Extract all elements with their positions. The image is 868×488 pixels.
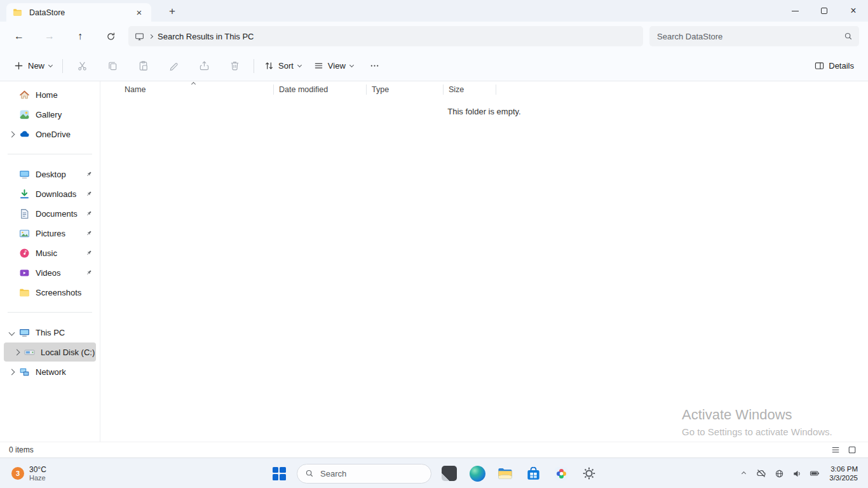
more-options-button[interactable] xyxy=(360,55,390,77)
maximize-button[interactable] xyxy=(810,0,839,22)
rename-icon xyxy=(168,60,179,71)
sidebar-item-pictures[interactable]: Pictures xyxy=(4,224,96,243)
column-header-size[interactable]: Size xyxy=(444,81,496,97)
activate-windows-watermark: Activate Windows Go to Settings to activ… xyxy=(682,407,832,437)
taskbar-weather-widget[interactable]: 3 30°C Haze xyxy=(0,458,58,488)
taskbar-settings-button[interactable] xyxy=(576,461,602,486)
edge-icon xyxy=(470,466,485,482)
refresh-button[interactable] xyxy=(95,25,126,48)
sidebar-item-videos[interactable]: Videos xyxy=(4,263,96,282)
sidebar-item-screenshots[interactable]: Screenshots xyxy=(4,283,96,302)
explorer-tab[interactable]: DataStore × xyxy=(6,3,151,22)
search-icon xyxy=(305,469,314,478)
sidebar-item-label: OneDrive xyxy=(36,130,71,139)
chevron-down-icon xyxy=(297,62,302,67)
pin-icon xyxy=(85,190,93,198)
navigation-pane: Home Gallery OneDrive Desktop Downloads xyxy=(0,81,100,442)
delete-button[interactable] xyxy=(219,55,250,77)
cut-button[interactable] xyxy=(67,55,97,77)
explorer-search-input[interactable] xyxy=(656,31,839,42)
sidebar-item-label: Pictures xyxy=(36,229,65,238)
explorer-search-box[interactable] xyxy=(649,26,859,46)
pin-icon xyxy=(85,249,93,257)
taskbar-store-button[interactable] xyxy=(520,461,546,486)
photos-icon xyxy=(553,466,569,482)
view-button[interactable]: View xyxy=(308,55,360,77)
details-view-toggle[interactable] xyxy=(829,444,843,456)
large-icons-view-toggle[interactable] xyxy=(845,444,859,456)
rename-button[interactable] xyxy=(158,55,189,77)
address-bar[interactable]: Search Results in This PC xyxy=(128,26,643,46)
sidebar-item-onedrive[interactable]: OneDrive xyxy=(4,125,96,144)
new-button-label: New xyxy=(28,61,44,71)
hidden-icons-button[interactable] xyxy=(735,464,752,483)
column-header-name[interactable]: Name xyxy=(100,81,273,97)
sidebar-item-music[interactable]: Music xyxy=(4,243,96,262)
home-icon xyxy=(19,90,31,100)
settings-gear-icon xyxy=(581,466,597,481)
sidebar-item-desktop[interactable]: Desktop xyxy=(4,165,96,184)
share-icon xyxy=(199,60,210,71)
column-header-date-modified[interactable]: Date modified xyxy=(274,81,366,97)
minimize-icon xyxy=(792,11,799,11)
taskbar-dark-app-button[interactable] xyxy=(437,461,462,486)
sidebar-item-local-disk-c[interactable]: Local Disk (C:) xyxy=(4,342,96,362)
new-button[interactable]: New xyxy=(8,55,58,77)
share-button[interactable] xyxy=(189,55,219,77)
details-pane-button[interactable]: Details xyxy=(808,55,860,77)
windows-logo-icon xyxy=(273,467,286,480)
network-status-button[interactable] xyxy=(771,464,787,483)
weather-condition: Haze xyxy=(29,474,46,482)
column-divider[interactable] xyxy=(496,85,496,95)
start-button[interactable] xyxy=(266,461,292,486)
paste-button[interactable] xyxy=(128,55,158,77)
up-button[interactable]: ↑ xyxy=(65,25,95,48)
taskbar-clock[interactable]: 3:06 PM 3/3/2025 xyxy=(824,464,863,482)
music-icon xyxy=(19,248,31,259)
taskbar-search[interactable] xyxy=(297,464,431,484)
chevron-right-icon[interactable] xyxy=(13,349,20,355)
sidebar-item-label: Music xyxy=(36,248,57,258)
sidebar-item-gallery[interactable]: Gallery xyxy=(4,105,96,124)
new-tab-button[interactable]: + xyxy=(164,4,180,19)
sidebar-item-this-pc[interactable]: This PC xyxy=(4,323,96,342)
details-pane-icon xyxy=(815,61,824,71)
close-button[interactable]: × xyxy=(839,0,868,22)
gallery-icon xyxy=(19,109,31,120)
network-icon xyxy=(19,367,31,377)
sort-button-label: Sort xyxy=(278,61,294,71)
onedrive-status-button[interactable] xyxy=(753,464,770,483)
sidebar-item-label: Home xyxy=(36,90,58,100)
chevron-down-icon[interactable] xyxy=(8,329,15,336)
chevron-right-icon[interactable] xyxy=(8,131,15,137)
volume-button[interactable] xyxy=(789,464,805,483)
chevron-right-icon[interactable] xyxy=(8,369,15,375)
clock-time: 3:06 PM xyxy=(829,464,858,473)
sidebar-item-home[interactable]: Home xyxy=(4,85,96,104)
taskbar-edge-button[interactable] xyxy=(465,461,490,486)
this-pc-icon xyxy=(19,327,31,338)
sort-button[interactable]: Sort xyxy=(258,55,308,77)
view-icon xyxy=(314,61,323,71)
taskbar-file-explorer-button[interactable] xyxy=(492,461,518,486)
sort-icon xyxy=(264,61,274,71)
breadcrumb[interactable]: Search Results in This PC xyxy=(158,32,254,41)
copy-button[interactable] xyxy=(97,55,128,77)
sidebar-item-downloads[interactable]: Downloads xyxy=(4,184,96,203)
sidebar-item-documents[interactable]: Documents xyxy=(4,204,96,223)
taskbar-search-input[interactable] xyxy=(319,468,423,479)
column-header-type[interactable]: Type xyxy=(367,81,443,97)
search-icon xyxy=(844,32,853,41)
battery-button[interactable] xyxy=(806,464,823,483)
minimize-button[interactable] xyxy=(780,0,810,22)
downloads-icon xyxy=(19,189,31,200)
taskbar-photos-button[interactable] xyxy=(548,461,574,486)
sidebar-item-network[interactable]: Network xyxy=(4,362,96,381)
column-headers: Name Date modified Type Size xyxy=(100,81,868,97)
tab-close-button[interactable]: × xyxy=(133,7,145,18)
forward-button[interactable]: → xyxy=(34,25,65,48)
sidebar-separator xyxy=(8,312,92,313)
microsoft-store-icon xyxy=(526,466,541,482)
weather-temperature: 30°C xyxy=(29,465,46,474)
back-button[interactable]: ← xyxy=(4,25,34,48)
